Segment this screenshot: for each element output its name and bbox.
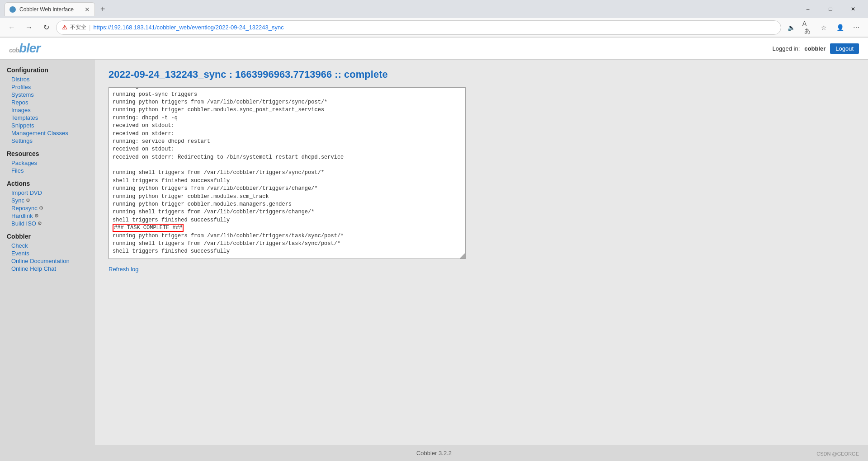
hardlink-gear-icon: ⚙ bbox=[34, 213, 39, 219]
reposync-label: Reposync bbox=[11, 205, 38, 212]
sidebar-item-events[interactable]: Events bbox=[7, 249, 95, 257]
sidebar-item-settings[interactable]: Settings bbox=[7, 137, 95, 145]
page-header: cobbler Logged in: cobbler Logout bbox=[0, 38, 868, 60]
sync-label: Sync bbox=[11, 197, 24, 204]
page-title: 2022-09-24_132243_sync : 1663996963.7713… bbox=[108, 69, 854, 80]
tab-title: Cobbler Web Interface bbox=[19, 6, 74, 13]
cobbler-section-title: Cobbler bbox=[7, 233, 95, 240]
url-input[interactable] bbox=[93, 24, 775, 31]
favorites-button[interactable]: ☆ bbox=[816, 20, 831, 35]
browser-navbar: ← → ↻ ⚠ 不安全 | 🔈 A あ ☆ 👤 ⋯ bbox=[0, 18, 868, 37]
tab-favicon bbox=[9, 6, 16, 13]
browser-titlebar: Cobbler Web Interface ✕ + – □ ✕ bbox=[0, 0, 868, 18]
translate-button[interactable]: A あ bbox=[800, 20, 815, 35]
minimize-button[interactable]: – bbox=[797, 2, 818, 16]
build-iso-gear-icon: ⚙ bbox=[38, 221, 42, 226]
sidebar-item-images[interactable]: Images bbox=[7, 106, 95, 114]
maximize-button[interactable]: □ bbox=[820, 2, 841, 16]
security-warning-icon: ⚠ bbox=[62, 24, 67, 31]
log-line: received on stderr: bbox=[113, 130, 456, 138]
log-line: running shell triggers from /var/lib/cob… bbox=[113, 208, 456, 216]
refresh-log-link[interactable]: Refresh log bbox=[108, 266, 138, 273]
reposync-gear-icon: ⚙ bbox=[39, 205, 43, 211]
log-line: running python trigger cobbler.modules.m… bbox=[113, 201, 456, 208]
security-text: 不安全 bbox=[70, 24, 86, 31]
sidebar-item-online-docs[interactable]: Online Documentation bbox=[7, 257, 95, 265]
resources-section-title: Resources bbox=[7, 150, 95, 157]
sidebar-item-online-help[interactable]: Online Help Chat bbox=[7, 265, 95, 273]
log-inner-scroll[interactable]: rendering DHCP filesgenerating /etc/dhcp… bbox=[109, 88, 465, 259]
forward-button[interactable]: → bbox=[22, 20, 36, 35]
build-iso-label: Build ISO bbox=[11, 220, 36, 227]
profile-button[interactable]: 👤 bbox=[833, 20, 847, 35]
window-controls: – □ ✕ bbox=[797, 2, 863, 16]
sidebar-item-packages[interactable]: Packages bbox=[7, 159, 95, 167]
log-line: running post-sync triggers bbox=[113, 91, 456, 99]
sidebar-item-files[interactable]: Files bbox=[7, 167, 95, 174]
sidebar-item-distros[interactable]: Distros bbox=[7, 75, 95, 83]
url-divider: | bbox=[89, 24, 90, 31]
nav-icons-right: 🔈 A あ ☆ 👤 ⋯ bbox=[784, 20, 863, 35]
sidebar-item-check[interactable]: Check bbox=[7, 242, 95, 249]
log-line: running python triggers from /var/lib/co… bbox=[113, 232, 456, 240]
sidebar-item-reposync[interactable]: Reposync ⚙ bbox=[7, 204, 95, 212]
sidebar-item-import-dvd[interactable]: Import DVD bbox=[7, 189, 95, 197]
close-button[interactable]: ✕ bbox=[843, 2, 863, 16]
highlighted-log-line: ### TASK COMPLETE ### bbox=[113, 224, 184, 232]
username: cobbler bbox=[804, 45, 826, 52]
cobbler-logo: cobbler bbox=[9, 41, 40, 56]
refresh-button[interactable]: ↻ bbox=[39, 20, 53, 35]
sidebar-item-build-iso[interactable]: Build ISO ⚙ bbox=[7, 220, 95, 227]
actions-section-title: Actions bbox=[7, 180, 95, 187]
log-line: running shell triggers from /var/lib/cob… bbox=[113, 240, 456, 248]
sidebar-item-management-classes[interactable]: Management Classes bbox=[7, 129, 95, 137]
log-line: running: dhcpd -t -q bbox=[113, 114, 456, 122]
new-tab-button[interactable]: + bbox=[100, 5, 105, 14]
address-bar[interactable]: ⚠ 不安全 | bbox=[56, 20, 781, 35]
back-button[interactable]: ← bbox=[5, 20, 19, 35]
log-line: shell triggers finished successfully bbox=[113, 216, 456, 224]
configuration-section-title: Configuration bbox=[7, 66, 95, 74]
page-footer: Cobbler 3.2.2 bbox=[0, 445, 868, 446]
log-line: received on stderr: Redirecting to /bin/… bbox=[113, 154, 456, 161]
sidebar-item-templates[interactable]: Templates bbox=[7, 114, 95, 122]
browser-chrome: Cobbler Web Interface ✕ + – □ ✕ ← → ↻ ⚠ … bbox=[0, 0, 868, 38]
sidebar-item-profiles[interactable]: Profiles bbox=[7, 83, 95, 91]
logout-button[interactable]: Logout bbox=[830, 43, 859, 54]
log-line: received on stdout: bbox=[113, 122, 456, 130]
sidebar-item-hardlink[interactable]: Hardlink ⚙ bbox=[7, 212, 95, 220]
main-content: 2022-09-24_132243_sync : 1663996963.7713… bbox=[95, 60, 868, 446]
settings-button[interactable]: ⋯ bbox=[849, 20, 863, 35]
sidebar-item-snippets[interactable]: Snippets bbox=[7, 122, 95, 129]
sidebar-item-sync[interactable]: Sync ⚙ bbox=[7, 197, 95, 204]
sidebar-item-systems[interactable]: Systems bbox=[7, 91, 95, 99]
login-info: Logged in: cobbler Logout bbox=[773, 43, 859, 54]
browser-tab[interactable]: Cobbler Web Interface ✕ bbox=[5, 2, 95, 16]
page-wrapper: cobbler Logged in: cobbler Logout Config… bbox=[0, 38, 868, 446]
sidebar: Configuration Distros Profiles Systems R… bbox=[0, 60, 95, 446]
page-body: Configuration Distros Profiles Systems R… bbox=[0, 60, 868, 446]
logo-text: cobbler bbox=[9, 41, 40, 56]
log-line: running shell triggers from /var/lib/cob… bbox=[113, 169, 456, 177]
read-aloud-button[interactable]: 🔈 bbox=[784, 20, 798, 35]
resize-handle[interactable] bbox=[460, 253, 465, 259]
hardlink-label: Hardlink bbox=[11, 212, 33, 219]
sync-gear-icon: ⚙ bbox=[26, 198, 30, 203]
log-line: running python trigger cobbler.modules.s… bbox=[113, 106, 456, 114]
log-line: running python trigger cobbler.modules.s… bbox=[113, 193, 456, 201]
log-line bbox=[113, 161, 456, 169]
logged-in-label: Logged in: bbox=[773, 45, 800, 52]
log-line: shell triggers finished successfully bbox=[113, 177, 456, 185]
log-line: ### TASK COMPLETE ### bbox=[113, 224, 456, 232]
log-line: shell triggers finished successfully bbox=[113, 248, 456, 255]
log-line: running python triggers from /var/lib/co… bbox=[113, 185, 456, 193]
sidebar-item-repos[interactable]: Repos bbox=[7, 99, 95, 106]
tab-close-button[interactable]: ✕ bbox=[85, 6, 90, 13]
log-line: running: service dhcpd restart bbox=[113, 138, 456, 146]
log-line: received on stdout: bbox=[113, 146, 456, 153]
log-line: running python triggers from /var/lib/co… bbox=[113, 99, 456, 106]
log-output-area[interactable]: rendering DHCP filesgenerating /etc/dhcp… bbox=[108, 87, 466, 259]
